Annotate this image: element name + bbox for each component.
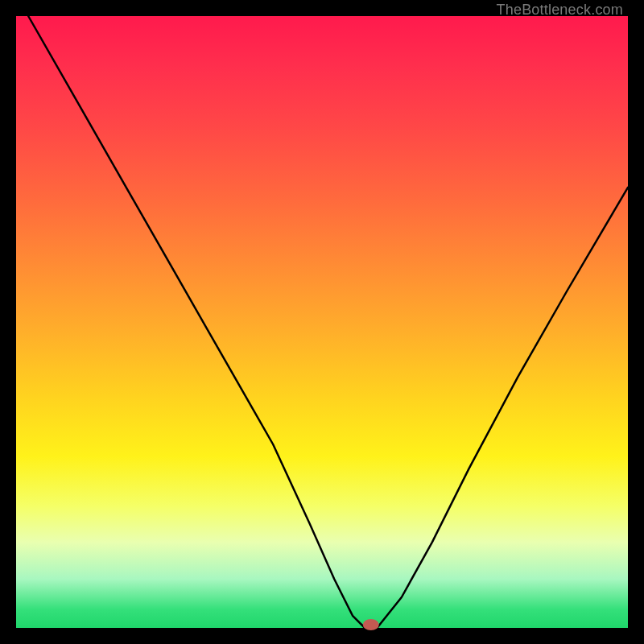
chart-svg	[16, 16, 628, 628]
bottleneck-curve	[28, 16, 628, 628]
optimal-point-marker	[363, 619, 379, 630]
plot-background	[16, 16, 628, 628]
chart-frame: TheBottleneck.com	[0, 0, 644, 644]
